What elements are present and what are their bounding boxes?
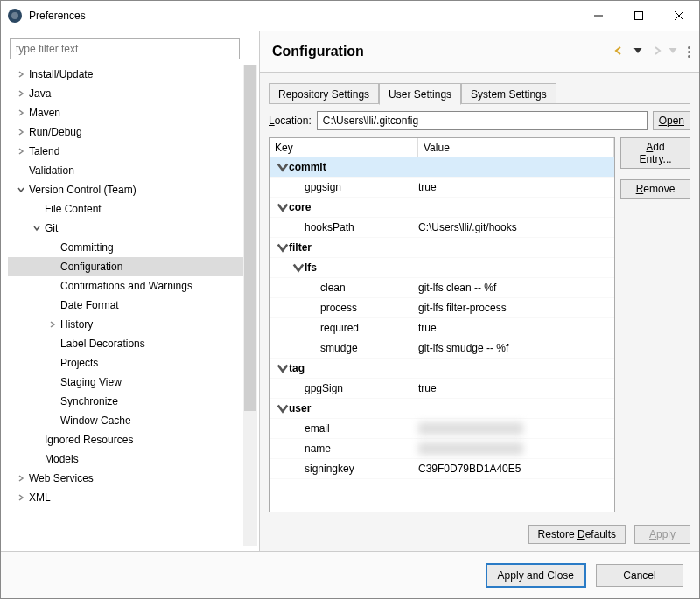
tree-item-label: Staging View: [59, 376, 123, 388]
location-input[interactable]: [317, 111, 648, 130]
filter-input[interactable]: [10, 38, 240, 59]
config-table[interactable]: Key Value commitgpgsigntruecorehooksPath…: [269, 137, 615, 512]
key-label: required: [320, 322, 359, 334]
tree-item-label: Models: [43, 453, 80, 465]
key-label: hooksPath: [304, 221, 354, 233]
chevron-down-icon[interactable]: [15, 186, 27, 193]
restore-defaults-button[interactable]: Restore Defaults: [528, 525, 626, 544]
key-cell: filter: [270, 241, 418, 254]
table-row[interactable]: signingkeyC39F0D79BD1A40E5: [270, 459, 614, 479]
preferences-window: Preferences Install/UpdateJavaMavenRun/D…: [0, 0, 700, 599]
forward-dropdown-icon[interactable]: [667, 45, 679, 59]
chevron-down-icon[interactable]: [276, 402, 289, 414]
minimize-button[interactable]: [578, 1, 619, 31]
table-row[interactable]: email: [270, 419, 614, 439]
tab-repository-settings[interactable]: Repository Settings: [269, 83, 379, 104]
tree-item[interactable]: Projects: [8, 353, 243, 373]
chevron-down-icon[interactable]: [276, 241, 289, 254]
table-side-buttons: Add Entry... Remove: [620, 137, 690, 512]
tree-item[interactable]: Talend: [8, 142, 243, 161]
tree-item[interactable]: Staging View: [8, 373, 243, 392]
value-cell: git-lfs filter-process: [418, 302, 614, 314]
tree-item[interactable]: Git: [8, 219, 243, 238]
column-value[interactable]: Value: [418, 138, 614, 157]
table-row[interactable]: user: [270, 399, 614, 419]
back-dropdown-icon[interactable]: [632, 45, 644, 59]
apply-button[interactable]: Apply: [634, 525, 690, 544]
tree-item[interactable]: Web Services: [8, 469, 243, 488]
table-row[interactable]: core: [270, 198, 614, 218]
table-row[interactable]: cleangit-lfs clean -- %f: [270, 278, 614, 298]
table-row[interactable]: name: [270, 439, 614, 459]
chevron-right-icon[interactable]: [15, 71, 27, 78]
key-label: gpgsign: [304, 181, 341, 193]
chevron-right-icon[interactable]: [15, 109, 27, 116]
tab-user-settings[interactable]: User Settings: [379, 83, 461, 105]
key-label: clean: [320, 282, 346, 294]
chevron-down-icon[interactable]: [276, 161, 289, 173]
table-row[interactable]: gpgsigntrue: [270, 178, 614, 198]
key-label: gpgSign: [304, 382, 343, 394]
tree-scrollbar[interactable]: [243, 65, 257, 546]
table-row[interactable]: hooksPathC:\Users\lli/.git/hooks: [270, 218, 614, 238]
chevron-right-icon[interactable]: [15, 494, 27, 501]
tree-item[interactable]: Confirmations and Warnings: [8, 276, 243, 296]
tree-item[interactable]: Ignored Resources: [8, 430, 243, 449]
preferences-tree[interactable]: Install/UpdateJavaMavenRun/DebugTalendVa…: [8, 65, 259, 546]
chevron-down-icon[interactable]: [276, 201, 289, 213]
tree-item[interactable]: Run/Debug: [8, 122, 243, 142]
table-row[interactable]: processgit-lfs filter-process: [270, 298, 614, 318]
table-row[interactable]: filter: [270, 238, 614, 258]
back-icon[interactable]: [614, 45, 626, 59]
column-key[interactable]: Key: [270, 138, 418, 157]
remove-button[interactable]: Remove: [620, 179, 690, 199]
tree-item[interactable]: Models: [8, 449, 243, 469]
tab-system-settings[interactable]: System Settings: [461, 83, 556, 104]
key-cell: lfs: [270, 261, 418, 274]
svg-rect-2: [635, 12, 643, 20]
tree-item[interactable]: Label Decorations: [8, 334, 243, 353]
table-row[interactable]: commit: [270, 157, 614, 178]
tree-item[interactable]: Synchronize: [8, 392, 243, 411]
value-cell: true: [418, 322, 614, 334]
chevron-right-icon[interactable]: [15, 475, 27, 482]
chevron-down-icon[interactable]: [292, 261, 304, 274]
table-row[interactable]: gpgSigntrue: [270, 379, 614, 399]
chevron-right-icon[interactable]: [15, 90, 27, 97]
forward-icon[interactable]: [649, 45, 662, 59]
tree-item[interactable]: Install/Update: [8, 65, 243, 84]
maximize-button[interactable]: [619, 1, 659, 31]
tree-item[interactable]: XML: [8, 488, 243, 507]
chevron-down-icon[interactable]: [276, 362, 289, 374]
tree-item[interactable]: Committing: [8, 238, 243, 257]
tree-item[interactable]: Validation: [8, 161, 243, 180]
tree-item-label: Java: [27, 87, 52, 100]
table-row[interactable]: smudgegit-lfs smudge -- %f: [270, 338, 614, 359]
header-toolbar: [614, 45, 690, 59]
tree-item-label: Configuration: [59, 261, 124, 273]
tree-item[interactable]: History: [8, 315, 243, 334]
chevron-right-icon[interactable]: [15, 148, 27, 155]
tree-item[interactable]: Maven: [8, 103, 243, 122]
table-row[interactable]: tag: [270, 359, 614, 379]
tree-item[interactable]: Version Control (Team): [8, 180, 243, 199]
tree-item[interactable]: Window Cache: [8, 411, 243, 430]
chevron-down-icon[interactable]: [31, 225, 43, 232]
details-header: Configuration: [260, 31, 699, 73]
view-menu-icon[interactable]: [688, 46, 690, 58]
open-button[interactable]: Open: [653, 111, 690, 130]
cancel-button[interactable]: Cancel: [596, 564, 683, 587]
tree-item[interactable]: Configuration: [8, 257, 243, 276]
tree-item[interactable]: Java: [8, 84, 243, 103]
chevron-right-icon[interactable]: [15, 129, 27, 136]
key-cell: signingkey: [270, 463, 418, 475]
tree-item[interactable]: Date Format: [8, 296, 243, 315]
add-entry-button[interactable]: Add Entry...: [620, 137, 690, 169]
apply-and-close-button[interactable]: Apply and Close: [486, 564, 585, 587]
close-button[interactable]: [659, 1, 699, 31]
tree-item[interactable]: File Content: [8, 199, 243, 219]
chevron-right-icon[interactable]: [46, 321, 59, 328]
dialog-footer: Apply and Close Cancel: [1, 551, 699, 598]
table-row[interactable]: lfs: [270, 258, 614, 278]
table-row[interactable]: requiredtrue: [270, 318, 614, 338]
